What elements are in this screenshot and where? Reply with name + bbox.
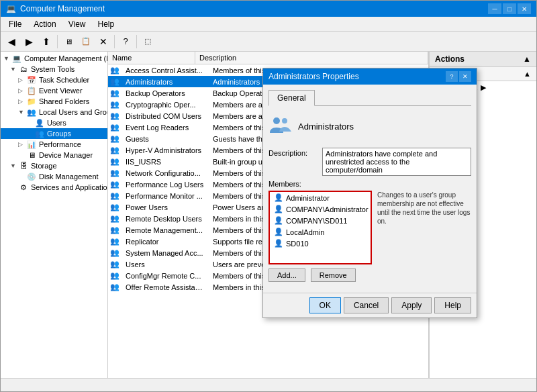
remove-member-button[interactable]: Remove [311,268,356,282]
ok-button[interactable]: OK [309,297,341,313]
tree-item-shared-folders[interactable]: ▷ 📁 Shared Folders [1,96,107,107]
services-icon: ⚙ [18,183,29,192]
member-item[interactable]: 👤 COMPANY\Administrator [270,203,371,215]
cancel-button[interactable]: Cancel [344,297,389,313]
device-icon: 🖥 [26,150,37,160]
toolbar: ◀ ▶ ⬆ 🖥 📋 ✕ ? ⬚ [1,32,536,52]
description-text: Administrators have complete and unrestr… [326,150,468,174]
actions-chevron: ▲ [523,54,531,64]
member-icon: 👤 [274,216,283,225]
item-name: Access Control Assist... [121,66,209,75]
toggle-icon: ▷ [18,87,26,94]
help-button[interactable]: ? [117,34,134,50]
tree-item-groups[interactable]: 👥 Groups [1,128,107,139]
tree-label-disk-mgmt: Disk Management [39,173,99,181]
forward-button[interactable]: ▶ [21,34,37,50]
item-name: Power Users [121,203,209,212]
up-button[interactable]: ⬆ [38,34,54,50]
dialog-title-bar: Administrators Properties ? ✕ [263,68,477,85]
item-name: Distributed COM Users [121,111,209,121]
toggle-icon: ▷ [18,98,26,105]
dialog-close-button[interactable]: ✕ [459,71,471,82]
group-icon: 👥 [110,168,119,177]
tree-item-services-apps[interactable]: ⚙ Services and Applications [1,182,107,193]
properties-button[interactable]: 📋 [78,34,94,50]
add-member-button[interactable]: Add... [268,268,305,282]
group-icon: 👥 [110,157,119,166]
member-item[interactable]: 👤 LocalAdmin [270,226,371,238]
tree-label-computer-mgmt: Computer Management (Local [24,54,108,62]
group-icon: 👥 [110,111,119,120]
menu-view[interactable]: View [63,18,91,30]
members-list[interactable]: 👤 Administrator 👤 COMPANY\Administrator … [268,191,372,264]
tree-item-local-users[interactable]: ▼ 👥 Local Users and Groups [1,107,107,117]
tree-label-local-users: Local Users and Groups [39,108,108,116]
group-icon: 👥 [110,100,119,109]
delete-button[interactable]: ✕ [95,34,111,50]
member-item[interactable]: 👤 SD010 [270,238,371,249]
member-name: LocalAdmin [286,228,324,236]
tree-item-event-viewer[interactable]: ▷ 📋 Event Viewer [1,85,107,96]
tree-item-users[interactable]: 👤 Users [1,117,107,128]
toggle-icon: ▼ [18,109,26,115]
col-header-description[interactable]: Description [195,52,428,64]
menu-file[interactable]: File [3,18,27,30]
item-name: Performance Monitor ... [121,191,209,201]
group-icon: 👥 [110,77,119,86]
description-value: Administrators have complete and unrestr… [322,148,471,176]
group-large-icon [268,114,293,138]
member-name: COMPANY\Administrator [286,205,369,213]
svg-point-0 [273,117,280,124]
tree-item-disk-mgmt[interactable]: 💿 Disk Management [1,171,107,182]
actions-section-chevron: ▲ [524,70,531,78]
disk-icon: 💿 [26,172,37,181]
group-icon: 👥 [110,89,119,97]
dialog-group-name: Administrators [298,121,354,132]
extra-button[interactable]: ⬚ [140,34,156,50]
toggle-icon: ▼ [10,66,18,72]
spacer [18,152,26,158]
tree-item-task-scheduler[interactable]: ▷ 📅 Task Scheduler [1,75,107,85]
item-name: Remote Desktop Users [121,214,209,224]
dialog-help-button[interactable]: ? [446,71,458,82]
item-name: ConfigMgr Remote C... [121,271,209,281]
app-icon: 💻 [6,4,16,13]
tree-item-storage[interactable]: ▼ 🗄 Storage [1,160,107,171]
member-item[interactable]: 👤 COMPANY\SD011 [270,215,371,226]
members-label: Members: [268,180,471,188]
toggle-icon: ▼ [10,162,18,169]
tree-item-performance[interactable]: ▷ 📊 Performance [1,139,107,150]
users-icon: 👤 [34,118,45,128]
toggle-icon: ▼ [3,55,11,62]
group-icon: 👥 [110,180,119,189]
tree-item-device-manager[interactable]: 🖥 Device Manager [1,150,107,160]
minimize-button[interactable]: ─ [488,3,501,14]
back-button[interactable]: ◀ [3,34,19,50]
item-name: Remote Management... [121,226,209,235]
close-button[interactable]: ✕ [518,3,531,14]
dialog-tabs: General [268,90,471,106]
tree-item-computer-mgmt[interactable]: ▼ 💻 Computer Management (Local [1,53,107,64]
help-button[interactable]: Help [434,297,471,313]
tab-general[interactable]: General [268,90,315,106]
maximize-button[interactable]: □ [503,3,516,14]
toggle-icon: ▷ [18,141,26,148]
tree-label-system-tools: System Tools [31,65,75,73]
menu-help[interactable]: Help [93,18,120,30]
member-icon: 👤 [274,205,283,213]
task-icon: 📅 [26,75,37,85]
show-hide-button[interactable]: 🖥 [60,34,77,50]
col-header-name[interactable]: Name [108,52,195,64]
group-icon: 👥 [110,203,119,211]
member-item[interactable]: 👤 Administrator [270,192,371,203]
item-name: Event Log Readers [121,123,209,132]
tree-item-system-tools[interactable]: ▼ 🗂 System Tools [1,64,107,75]
item-name: Guests [121,134,209,144]
menu-action[interactable]: Action [28,18,61,30]
group-icon: 👥 [110,66,119,75]
tree-label-users: Users [47,119,66,127]
apply-button[interactable]: Apply [391,297,432,313]
tree-label-services-apps: Services and Applications [31,183,108,191]
computer-icon: 💻 [11,54,22,63]
actions-title: Actions [435,54,465,64]
